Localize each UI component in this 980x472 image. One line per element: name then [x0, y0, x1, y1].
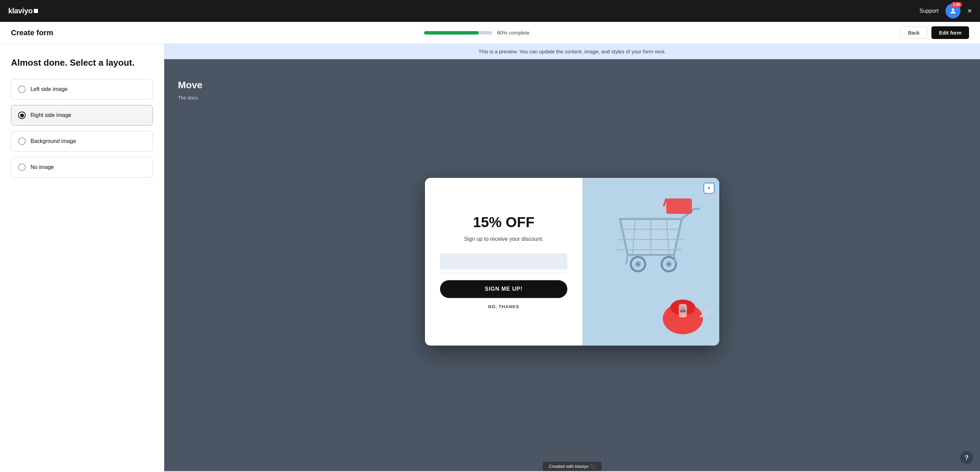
- modal-divider: [440, 273, 567, 273]
- user-icon: [949, 7, 957, 15]
- user-badge-button[interactable]: 2.3K: [945, 3, 961, 19]
- preview-background: Move The docu 15% OFF Sign up to receive…: [164, 59, 980, 471]
- top-navigation: klaviyo Support 2.3K ×: [0, 0, 980, 22]
- layout-options: Left side image Right side image Backgro…: [11, 79, 153, 178]
- modal-right-panel: ×: [582, 178, 719, 345]
- radio-inner-right-side-image: [20, 114, 24, 117]
- support-link[interactable]: Support: [920, 8, 939, 14]
- created-with-brand: ⬛: [590, 464, 595, 469]
- klaviyo-logo: klaviyo: [8, 6, 38, 15]
- preview-banner-text: This is a preview. You can update the co…: [479, 49, 666, 54]
- svg-line-17: [664, 199, 667, 206]
- modal-close-button[interactable]: ×: [703, 183, 714, 194]
- layout-option-left-side-image[interactable]: Left side image: [11, 79, 153, 100]
- radio-left-side-image: [18, 86, 25, 93]
- shopping-cart-icon: [600, 188, 702, 291]
- preview-bg-title: Move: [178, 80, 202, 91]
- close-icon: ×: [707, 185, 710, 191]
- layout-option-right-side-image[interactable]: Right side image: [11, 105, 153, 126]
- badge-count: 2.3K: [951, 2, 962, 7]
- created-with-footer: Created with klaviyo ⬛: [543, 462, 601, 471]
- svg-rect-21: [681, 307, 685, 310]
- close-nav-button[interactable]: ×: [967, 6, 972, 15]
- layout-option-label-background-image: Background image: [30, 138, 76, 144]
- progress-area: 80% complete: [424, 30, 530, 36]
- layout-option-background-image[interactable]: Background image: [11, 131, 153, 151]
- preview-bg-subtitle: The docu: [178, 95, 198, 100]
- svg-rect-22: [679, 310, 686, 313]
- preview-area: This is a preview. You can update the co…: [164, 44, 980, 472]
- modal-popup: 15% OFF Sign up to receive your discount…: [425, 178, 719, 345]
- sidebar: Almost done. Select a layout. Left side …: [0, 44, 164, 472]
- progress-label: 80% complete: [497, 30, 530, 36]
- svg-point-12: [666, 262, 671, 267]
- edit-form-button[interactable]: Edit form: [931, 26, 969, 39]
- preview-banner: This is a preview. You can update the co…: [164, 44, 980, 59]
- page-title: Create form: [11, 29, 53, 37]
- modal-email-input[interactable]: [440, 253, 567, 270]
- radio-background-image: [18, 138, 25, 145]
- main-layout: Almost done. Select a layout. Left side …: [0, 44, 980, 472]
- modal-left-panel: 15% OFF Sign up to receive your discount…: [425, 178, 582, 345]
- radio-right-side-image: [18, 111, 25, 119]
- layout-option-label-right-side-image: Right side image: [30, 112, 71, 118]
- help-button[interactable]: ?: [960, 451, 973, 464]
- svg-rect-16: [666, 199, 692, 214]
- radio-no-image: [18, 164, 25, 171]
- layout-option-no-image[interactable]: No image: [11, 157, 153, 178]
- svg-point-0: [951, 8, 954, 11]
- nav-right: Support 2.3K ×: [920, 3, 972, 19]
- created-with-text: Created with klaviyo: [549, 464, 589, 469]
- progress-bar-fill: [424, 31, 479, 35]
- logo-text: klaviyo: [8, 6, 32, 15]
- back-button[interactable]: Back: [900, 27, 927, 39]
- logo-square-icon: [34, 9, 38, 13]
- modal-cta-button[interactable]: SIGN ME UP!: [440, 280, 567, 298]
- header-bar: Create form 80% complete Back Edit form: [0, 22, 980, 44]
- sidebar-heading: Almost done. Select a layout.: [11, 57, 153, 68]
- svg-line-15: [674, 255, 676, 264]
- layout-option-label-left-side-image: Left side image: [30, 86, 68, 92]
- progress-bar-background: [424, 31, 492, 35]
- layout-option-label-no-image: No image: [30, 164, 54, 170]
- svg-point-10: [635, 262, 641, 267]
- modal-discount-text: 15% OFF: [473, 214, 535, 230]
- svg-line-14: [626, 255, 628, 264]
- computer-mouse-icon: [658, 294, 713, 339]
- modal-subtitle: Sign up to receive your discount.: [464, 236, 543, 242]
- modal-no-thanks-button[interactable]: NO, THANKS: [488, 304, 519, 309]
- header-actions: Back Edit form: [900, 26, 969, 39]
